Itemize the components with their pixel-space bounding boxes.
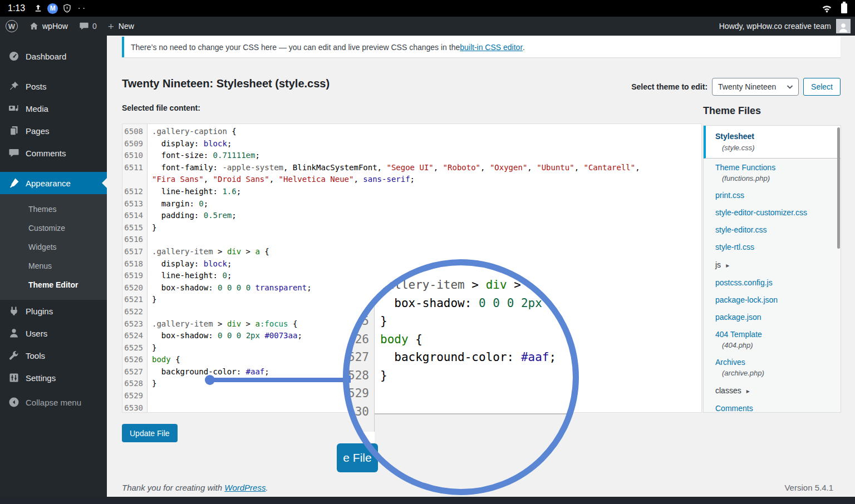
sidebar-item-media[interactable]: Media <box>0 97 107 120</box>
notice-text-end: . <box>523 43 525 52</box>
sidebar-item-plugins[interactable]: Plugins <box>0 300 107 322</box>
code-text: padding: 0.5rem; <box>148 210 701 222</box>
brush-icon <box>8 177 19 189</box>
chevron-down-icon <box>786 83 794 91</box>
wordpress-link[interactable]: WordPress <box>224 483 266 492</box>
line-number: 6521 <box>122 294 148 306</box>
line-number: 6524 <box>122 330 148 342</box>
theme-select-dropdown[interactable]: Twenty Nineteen <box>712 78 799 96</box>
line-number: 6519 <box>122 270 148 282</box>
code-line: 6512 line-height: 1.6; <box>122 186 701 198</box>
code-line: 5} <box>343 312 579 330</box>
new-label: New <box>119 22 134 31</box>
code-text: .gallery-item > div > a { <box>148 246 701 258</box>
code-line: 6511 font-family: -apple-system, BlinkMa… <box>122 162 701 186</box>
theme-file-link-style-editor-customizer-css[interactable]: style-editor-customizer.css <box>704 204 841 221</box>
sidebar-item-users[interactable]: Users <box>0 322 107 344</box>
avatar[interactable] <box>836 19 851 33</box>
sidebar-item-label: Comments <box>26 149 66 158</box>
new-content-menu[interactable]: + New <box>102 17 140 36</box>
line-number: 30 <box>343 403 375 421</box>
collapse-menu-button[interactable]: Collapse menu <box>0 391 107 413</box>
theme-files-list: Stylesheet(style.css)Theme Functions(fun… <box>704 126 841 413</box>
theme-folder-label: classes <box>715 386 741 395</box>
sidebar-item-pages[interactable]: Pages <box>0 120 107 142</box>
submenu-item-themes[interactable]: Themes <box>0 200 107 219</box>
select-theme-label: Select theme to edit: <box>631 82 707 91</box>
sidebar-item-tools[interactable]: Tools <box>0 344 107 367</box>
code-text: font-family: -apple-system, BlinkMacSyst… <box>148 162 701 186</box>
code-text: margin: 0; <box>148 198 701 210</box>
footer-thanks: Thank you for creating with WordPress. <box>122 483 268 492</box>
clock: 1:13 <box>8 3 25 13</box>
code-text: display: block; <box>148 138 701 150</box>
sidebar-item-label: Media <box>26 104 48 113</box>
sidebar-item-dashboard[interactable]: Dashboard <box>0 45 107 67</box>
code-line: 6510 font-size: 0.71111em; <box>122 150 701 162</box>
code-line: 529 <box>343 384 579 403</box>
magnifier-connector-stub <box>343 375 351 383</box>
theme-files-scrollbar[interactable] <box>837 127 840 249</box>
line-number: 6527 <box>122 366 148 378</box>
code-text <box>148 234 701 246</box>
code-text: background-color: #aaf; <box>375 348 556 367</box>
code-line: 6514 padding: 0.5rem; <box>122 210 701 222</box>
callout-connector-dot <box>205 375 215 385</box>
theme-file-link-theme-functions[interactable]: Theme Functions <box>704 159 841 176</box>
device-status-bar: 1:13 M ·· <box>0 0 855 17</box>
site-name-menu[interactable]: wpHow <box>23 17 73 36</box>
sidebar-item-posts[interactable]: Posts <box>0 75 107 97</box>
submenu-item-widgets[interactable]: Widgets <box>0 238 107 256</box>
comments-count: 0 <box>92 22 97 31</box>
submenu-item-customize[interactable]: Customize <box>0 219 107 238</box>
line-number: 6510 <box>122 150 148 162</box>
theme-file-link-archives[interactable]: Archives <box>704 353 841 370</box>
code-line: 6516 <box>122 234 701 246</box>
plugins-icon <box>8 305 19 317</box>
version-label: Version 5.4.1 <box>784 483 833 492</box>
howdy-account-menu[interactable]: Howdy, wpHow.co creative team <box>719 22 831 31</box>
theme-folder-classes[interactable]: classes▸ <box>704 381 841 399</box>
sidebar-item-label: Users <box>26 329 47 338</box>
submenu-item-theme-editor[interactable]: Theme Editor <box>0 275 107 294</box>
users-icon <box>8 328 19 339</box>
update-file-button[interactable]: Update File <box>122 424 178 442</box>
sidebar-item-appearance[interactable]: Appearance <box>0 172 107 194</box>
sidebar-item-settings[interactable]: Settings <box>0 367 107 389</box>
submenu-item-menus[interactable]: Menus <box>0 256 107 275</box>
magnifier-content: gallery-item > div > box-shadow: 0 0 0 2… <box>343 259 579 495</box>
active-menu-arrow <box>97 178 107 188</box>
sidebar-item-label: Tools <box>26 351 45 360</box>
comments-menu[interactable]: 0 <box>73 17 102 36</box>
wordpress-logo-icon: W <box>6 20 18 32</box>
sidebar-item-comments[interactable]: Comments <box>0 142 107 164</box>
code-text: .gallery-caption { <box>148 126 701 138</box>
code-text: font-size: 0.71111em; <box>148 150 701 162</box>
sidebar: DashboardPostsMediaPagesCommentsAppearan… <box>0 36 107 504</box>
code-text: box-shadow: 0 0 0 2px <box>375 294 542 313</box>
theme-files-heading: Theme Files <box>703 105 761 117</box>
page-title: Twenty Nineteen: Stylesheet (style.css) <box>122 77 330 90</box>
theme-file-link-style-editor-css[interactable]: style-editor.css <box>704 221 841 238</box>
menu-separator <box>0 67 107 75</box>
theme-file-link-comments[interactable]: Comments <box>704 399 841 413</box>
code-line: 6517.gallery-item > div > a { <box>122 246 701 258</box>
line-number: 6515 <box>122 222 148 234</box>
line-number: 6508 <box>122 126 148 138</box>
line-number: 6516 <box>122 234 148 246</box>
theme-file-link-print-css[interactable]: print.css <box>704 186 841 204</box>
sidebar-item-label: Plugins <box>26 307 53 316</box>
builtin-css-editor-link[interactable]: built-in CSS editor <box>460 43 523 52</box>
theme-file-link-package-json[interactable]: package.json <box>704 308 841 325</box>
home-icon <box>29 21 39 31</box>
theme-file-link-postcss-config-js[interactable]: postcss.config.js <box>704 274 841 291</box>
wp-logo-menu[interactable]: W <box>0 17 23 36</box>
theme-folder-js[interactable]: js▸ <box>704 255 841 274</box>
theme-file-link-stylesheet[interactable]: Stylesheet <box>715 132 754 141</box>
theme-file-link-404-template[interactable]: 404 Template <box>704 325 841 343</box>
code-line: 26body { <box>343 330 579 349</box>
select-theme-button[interactable]: Select <box>803 78 841 96</box>
theme-file-link-style-rtl-css[interactable]: style-rtl.css <box>704 238 841 255</box>
theme-file-link-package-lock-json[interactable]: package-lock.json <box>704 291 841 308</box>
overflow-dots-icon: ·· <box>77 3 87 14</box>
